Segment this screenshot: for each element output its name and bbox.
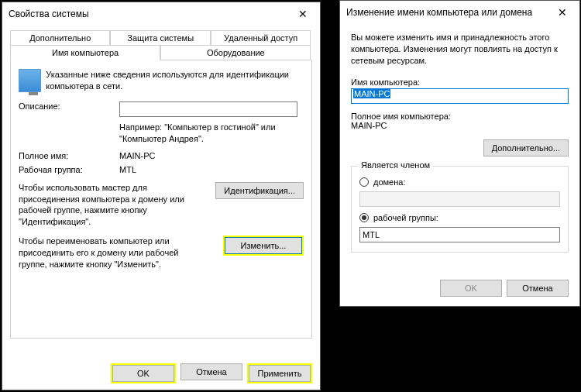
highlight-marker: OK — [111, 363, 176, 383]
highlight-marker: Изменить... — [223, 236, 304, 256]
titlebar: Свойства системы ✕ — [2, 2, 320, 26]
tab-remote[interactable]: Удаленный доступ — [211, 30, 311, 45]
tab-strip: Дополнительно Защита системы Удаленный д… — [10, 30, 312, 60]
description-hint: Например: "Компьютер в гостиной" или "Ко… — [119, 122, 304, 145]
change-name-dialog: Изменение имени компьютера или домена ✕ … — [339, 0, 580, 307]
workgroup-input[interactable] — [359, 227, 560, 242]
tab-body: Указанные ниже сведения используются для… — [10, 60, 312, 339]
titlebar: Изменение имени компьютера или домена ✕ — [340, 1, 579, 24]
description-label: Описание: — [19, 101, 119, 111]
radio-icon — [359, 213, 369, 222]
ok-button[interactable]: OK — [440, 280, 502, 297]
cancel-button[interactable]: Отмена — [507, 280, 569, 297]
tab-advanced[interactable]: Дополнительно — [10, 30, 110, 45]
radio-icon — [359, 177, 369, 187]
change-button[interactable]: Изменить... — [225, 237, 302, 254]
tab-protection[interactable]: Защита системы — [110, 30, 210, 45]
rename-text: Чтобы переименовать компьютер или присое… — [19, 236, 197, 270]
description-input[interactable] — [119, 101, 297, 117]
fullname-label: Полное имя: — [19, 151, 119, 160]
dialog-title: Свойства системы — [9, 9, 89, 19]
apply-button[interactable]: Применить — [249, 365, 311, 382]
highlight-marker: Применить — [247, 363, 312, 383]
cancel-button[interactable]: Отмена — [180, 363, 242, 380]
workgroup-value: MTL — [119, 165, 304, 174]
radio-workgroup[interactable]: рабочей группы: — [359, 213, 560, 222]
workgroup-radio-label: рабочей группы: — [373, 213, 438, 222]
member-groupbox: Является членом домена: рабочей группы: — [351, 166, 569, 253]
monitor-icon — [19, 69, 41, 92]
pcname-selected-text: MAIN-PC — [353, 89, 390, 98]
fullpc-label: Полное имя компьютера: — [351, 112, 569, 121]
ok-button[interactable]: OK — [112, 365, 174, 382]
close-icon[interactable]: ✕ — [545, 1, 579, 24]
dialog-buttons: OK Отмена Применить — [2, 357, 320, 390]
wizard-text: Чтобы использовать мастер для присоедине… — [19, 182, 197, 228]
workgroup-label: Рабочая группа: — [19, 165, 119, 174]
dialog-buttons: OK Отмена — [340, 270, 579, 306]
member-title: Является членом — [358, 160, 433, 170]
identification-button[interactable]: Идентификация... — [215, 182, 304, 199]
info-text: Вы можете изменить имя и принадлежность … — [351, 32, 569, 67]
fullpc-value: MAIN-PC — [351, 121, 569, 130]
domain-label: домена: — [373, 177, 405, 187]
close-icon[interactable]: ✕ — [285, 2, 320, 26]
dialog-title: Изменение имени компьютера или домена — [346, 7, 532, 18]
pcname-label: Имя компьютера: — [351, 77, 569, 87]
tab-computer-name[interactable]: Имя компьютера — [10, 45, 160, 60]
fullname-value: MAIN-PC — [119, 151, 304, 160]
domain-input[interactable] — [359, 191, 560, 207]
intro-text: Указанные ниже сведения используются для… — [46, 69, 304, 92]
pcname-input[interactable]: MAIN-PC — [351, 88, 569, 104]
radio-domain[interactable]: домена: — [359, 177, 560, 187]
more-button[interactable]: Дополнительно... — [483, 139, 569, 156]
system-properties-dialog: Свойства системы ✕ Дополнительно Защита … — [2, 2, 321, 390]
tab-hardware[interactable]: Оборудование — [160, 45, 311, 60]
